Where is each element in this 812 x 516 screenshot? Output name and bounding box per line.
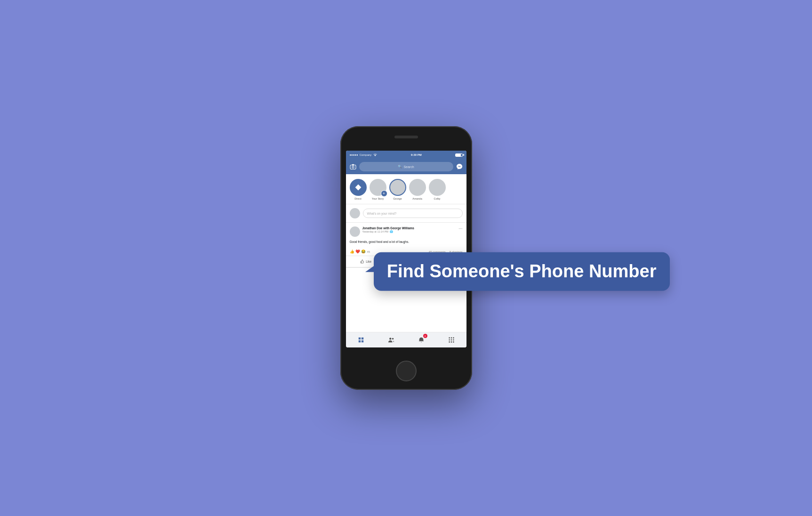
svg-point-7 [389,338,391,339]
svg-point-17 [453,341,454,343]
post-input-row: What's on your mind? [346,204,466,223]
like-emoji: 👍 [350,250,354,254]
svg-rect-3 [358,338,360,339]
bottom-nav: 4 [346,332,466,347]
post-user-name: Jonathan Doe with George Williams [362,226,457,230]
phone-home-button[interactable] [396,361,417,381]
phone-speaker [394,136,418,138]
speech-bubble-text: Find Someone's Phone Number [387,261,657,281]
reaction-summary: 👍 ❤️ 😂 45 [350,250,370,254]
post-more-button[interactable]: ··· [458,226,462,231]
svg-point-11 [453,337,454,339]
signal-dots: ●●●●● [350,153,358,156]
george-avatar [389,179,406,196]
svg-point-9 [449,337,450,339]
globe-icon: 🌐 [390,230,393,233]
post-user-avatar [350,226,360,237]
your-story-label: Your Story [372,197,384,200]
camera-icon[interactable] [350,163,356,170]
svg-point-12 [449,339,450,341]
status-left: ●●●●● Company [350,153,378,157]
post-input-avatar [350,208,360,218]
search-bar[interactable]: 🔍 Search [359,162,453,171]
wifi-icon [373,153,378,157]
story-direct[interactable]: Direct [350,179,367,200]
svg-point-8 [392,338,394,340]
post-meta: Yesterday at 11:14 PM 🌐 [362,230,457,233]
svg-point-1 [352,166,354,168]
svg-point-10 [450,337,452,339]
reaction-emojis: 👍 ❤️ 😂 [350,250,366,254]
colby-label: Colby [434,197,440,200]
like-icon [360,259,364,264]
battery-fill [456,154,461,156]
status-bar: ●●●●● Company 9:30 PM [346,151,466,159]
nav-home[interactable] [356,335,366,345]
status-right [455,153,463,157]
direct-avatar [350,179,367,196]
amanda-avatar [409,179,426,196]
speech-bubble: Find Someone's Phone Number [374,252,670,291]
story-colby[interactable]: Colby [429,179,446,200]
story-yours[interactable]: Your Story [370,179,386,200]
scene: ●●●●● Company 9:30 PM [340,126,472,390]
colby-avatar [429,179,446,196]
post-input-box[interactable]: What's on your mind? [363,209,463,218]
svg-rect-6 [361,340,363,342]
stories-row: Direct Your Story George Amanda [346,174,466,204]
fb-navbar: 🔍 Search [346,159,466,174]
like-label: Like [366,260,371,263]
amanda-label: Amanda [412,197,422,200]
svg-rect-4 [361,338,363,339]
heart-emoji: ❤️ [355,250,360,254]
story-amanda[interactable]: Amanda [409,179,426,200]
phone-screen: ●●●●● Company 9:30 PM [346,151,466,347]
svg-rect-5 [358,340,360,342]
your-story-avatar [370,179,386,196]
carrier-label: Company [360,153,372,156]
search-icon: 🔍 [398,165,402,169]
george-label: George [393,197,402,200]
post-content: Good friends, good food and a lot of lau… [346,239,466,248]
svg-point-16 [450,341,452,343]
svg-rect-0 [350,165,356,169]
battery-icon [455,153,463,157]
svg-rect-2 [352,164,354,166]
reactions-count: 45 [367,250,370,253]
messenger-icon[interactable] [456,163,463,170]
nav-menu[interactable] [446,335,457,345]
post-header: Jonathan Doe with George Williams Yester… [346,223,466,239]
status-time: 9:30 PM [411,153,422,156]
svg-point-13 [450,339,452,341]
notification-badge: 4 [423,334,427,338]
post-timestamp: Yesterday at 11:14 PM [362,230,388,233]
post-input-placeholder: What's on your mind? [367,212,397,215]
svg-point-15 [449,341,450,343]
post-user-info: Jonathan Doe with George Williams Yester… [362,226,457,233]
story-george[interactable]: George [389,179,406,200]
haha-emoji: 😂 [361,250,366,254]
nav-friends[interactable] [386,335,396,345]
svg-point-14 [453,339,454,341]
direct-label: Direct [354,197,361,200]
search-placeholder: Search [403,165,414,169]
nav-notifications[interactable]: 4 [416,335,426,345]
